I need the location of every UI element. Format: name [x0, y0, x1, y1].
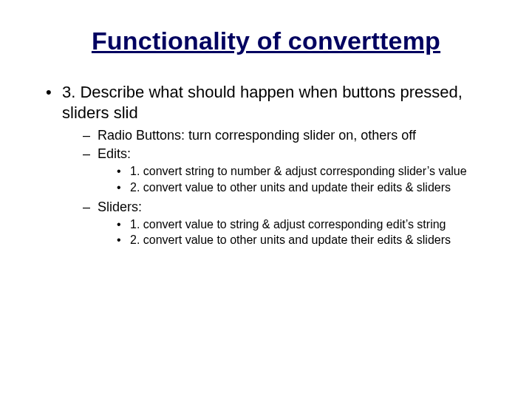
list-item: 2. convert value to other units and upda…: [117, 233, 497, 248]
list-item-text: 2. convert value to other units and upda…: [130, 233, 451, 246]
list-item-text: Sliders:: [98, 200, 142, 214]
list-item-text: 2. convert value to other units and upda…: [130, 181, 451, 194]
bullet-list-level1: 3. Describe what should happen when butt…: [46, 82, 497, 248]
list-item-text: Edits:: [98, 146, 131, 161]
list-item: Radio Buttons: turn corresponding slider…: [83, 127, 497, 144]
bullet-list-level3: 1. convert value to string & adjust corr…: [117, 217, 497, 249]
list-item-text: 1. convert string to number & adjust cor…: [130, 165, 467, 177]
list-item-text: Radio Buttons: turn corresponding slider…: [98, 128, 416, 143]
list-item: 1. convert value to string & adjust corr…: [117, 217, 497, 233]
bullet-list-level2: Radio Buttons: turn corresponding slider…: [83, 127, 497, 248]
list-item-text: 3. Describe what should happen when butt…: [62, 83, 463, 122]
slide: Functionality of converttemp 3. Describe…: [0, 0, 532, 399]
bullet-list-level3: 1. convert string to number & adjust cor…: [117, 164, 497, 196]
list-item: Sliders: 1. convert value to string & ad…: [83, 199, 497, 249]
list-item-text: 1. convert value to string & adjust corr…: [130, 218, 446, 231]
list-item: 2. convert value to other units and upda…: [117, 180, 497, 196]
slide-title: Functionality of converttemp: [35, 27, 497, 55]
list-item: 1. convert string to number & adjust cor…: [117, 164, 497, 180]
list-item: Edits: 1. convert string to number & adj…: [83, 146, 497, 196]
list-item: 3. Describe what should happen when butt…: [46, 82, 497, 248]
